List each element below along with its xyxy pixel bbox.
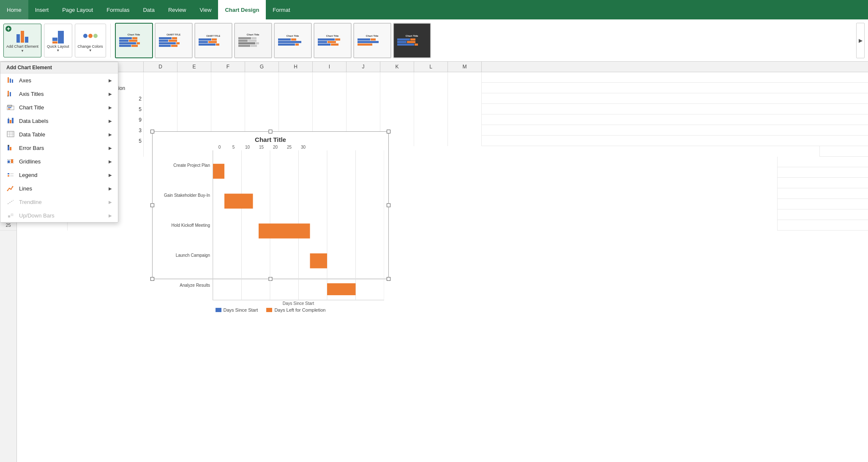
chart-style-5[interactable]: Chart Title — [274, 23, 312, 58]
col-header-g[interactable]: G — [245, 62, 279, 72]
cell-h15[interactable] — [279, 114, 313, 125]
col-header-e[interactable]: E — [177, 62, 211, 72]
cell-e14[interactable] — [177, 104, 211, 114]
cell-m12[interactable] — [448, 83, 482, 93]
col-header-h[interactable]: H — [279, 62, 313, 72]
bar-3[interactable] — [259, 223, 310, 238]
cell-f12[interactable] — [211, 83, 245, 93]
cell-h12[interactable] — [279, 83, 313, 93]
cell-l16[interactable] — [414, 125, 448, 136]
cell-g11[interactable] — [245, 72, 279, 83]
gallery-scroll-right[interactable]: ▶ — [856, 23, 865, 58]
chart-handle-tm[interactable] — [269, 130, 273, 133]
chart-style-6[interactable]: Chart Title — [314, 23, 352, 58]
menu-insert[interactable]: Insert — [28, 0, 56, 19]
col-header-l[interactable]: L — [414, 62, 448, 72]
cell-d14[interactable] — [144, 104, 177, 114]
cell-l17[interactable] — [414, 136, 448, 146]
cell-l13[interactable] — [414, 93, 448, 104]
cell-rest18[interactable] — [313, 146, 820, 157]
add-chart-element-button[interactable]: + Add Chart Element ▼ — [3, 24, 41, 57]
chart-title[interactable]: Chart Title — [157, 136, 384, 143]
cell-i15[interactable] — [313, 114, 347, 125]
quick-layout-button[interactable]: Quick Layout ▼ — [44, 24, 72, 57]
cell-m11[interactable] — [448, 72, 482, 83]
col-header-k[interactable]: K — [380, 62, 414, 72]
cell-k14[interactable] — [380, 104, 414, 114]
cell-d13[interactable] — [144, 93, 177, 104]
cell-j11[interactable] — [347, 72, 380, 83]
cell-f13[interactable] — [211, 93, 245, 104]
col-header-j[interactable]: J — [347, 62, 380, 72]
chart-container[interactable]: Chart Title 0 5 10 15 20 25 30 — [152, 131, 389, 279]
cell-i14[interactable] — [313, 104, 347, 114]
cell-l15[interactable] — [414, 114, 448, 125]
cell-f11[interactable] — [211, 72, 245, 83]
chart-style-3[interactable]: CHART TITLE — [194, 23, 232, 58]
cell-l14[interactable] — [414, 104, 448, 114]
col-header-f[interactable]: F — [211, 62, 245, 72]
chart-style-7[interactable]: Chart Title — [353, 23, 391, 58]
cell-g15[interactable] — [245, 114, 279, 125]
menu-view[interactable]: View — [193, 0, 218, 19]
cell-g12[interactable] — [245, 83, 279, 93]
chart-style-8[interactable]: Chart Title — [393, 23, 431, 58]
col-header-d[interactable]: D — [144, 62, 177, 72]
cell-j14[interactable] — [347, 104, 380, 114]
dropdown-item-legend[interactable]: Legend ▶ — [0, 168, 118, 182]
cell-h13[interactable] — [279, 93, 313, 104]
menu-data[interactable]: Data — [136, 0, 161, 19]
cell-i12[interactable] — [313, 83, 347, 93]
dropdown-item-axes[interactable]: Axes ▶ — [0, 73, 118, 87]
cell-d11[interactable] — [144, 72, 177, 83]
cell-h14[interactable] — [279, 104, 313, 114]
chart-handle-br[interactable] — [387, 277, 390, 281]
cell-d12[interactable] — [144, 83, 177, 93]
cell-f14[interactable] — [211, 104, 245, 114]
cell-l11[interactable] — [414, 72, 448, 83]
col-header-m[interactable]: M — [448, 62, 482, 72]
dropdown-item-lines[interactable]: Lines ▶ — [0, 182, 118, 195]
cell-h11[interactable] — [279, 72, 313, 83]
cell-m14[interactable] — [448, 104, 482, 114]
cell-e13[interactable] — [177, 93, 211, 104]
chart-handle-ml[interactable] — [150, 204, 154, 207]
cell-m17[interactable] — [448, 136, 482, 146]
chart-style-1[interactable]: Chart Title — [115, 23, 153, 58]
chart-handle-tr[interactable] — [387, 130, 390, 133]
cell-j13[interactable] — [347, 93, 380, 104]
cell-g14[interactable] — [245, 104, 279, 114]
cell-e15[interactable] — [177, 114, 211, 125]
chart-handle-mr[interactable] — [387, 204, 390, 207]
chart-handle-tl[interactable] — [150, 130, 154, 133]
cell-e11[interactable] — [177, 72, 211, 83]
dropdown-item-axis-titles[interactable]: A Axis Titles ▶ — [0, 87, 118, 101]
cell-k15[interactable] — [380, 114, 414, 125]
cell-l12[interactable] — [414, 83, 448, 93]
menu-page-layout[interactable]: Page Layout — [55, 0, 100, 19]
dropdown-item-data-labels[interactable]: 1 Data Labels ▶ — [0, 114, 118, 128]
cell-m16[interactable] — [448, 125, 482, 136]
menu-review[interactable]: Review — [161, 0, 193, 19]
cell-e12[interactable] — [177, 83, 211, 93]
dropdown-item-gridlines[interactable]: Gridlines ▶ — [0, 155, 118, 168]
cell-k11[interactable] — [380, 72, 414, 83]
cell-f15[interactable] — [211, 114, 245, 125]
cell-j15[interactable] — [347, 114, 380, 125]
dropdown-item-data-table[interactable]: Data Table ▶ — [0, 128, 118, 141]
cell-j12[interactable] — [347, 83, 380, 93]
cell-m15[interactable] — [448, 114, 482, 125]
chart-style-4[interactable]: Chart Title — [234, 23, 272, 58]
change-colors-button[interactable]: Change Colors ▼ — [75, 24, 106, 57]
menu-home[interactable]: Home — [0, 0, 28, 19]
bar-4[interactable] — [310, 253, 328, 268]
bar-1[interactable] — [213, 164, 224, 179]
bar-2[interactable] — [224, 194, 253, 209]
dropdown-item-error-bars[interactable]: Error Bars ▶ — [0, 141, 118, 155]
chart-handle-bl[interactable] — [150, 277, 154, 281]
chart-style-2[interactable]: CHART TITLE — [155, 23, 193, 58]
cell-i11[interactable] — [313, 72, 347, 83]
bar-5[interactable] — [327, 283, 356, 295]
cell-m13[interactable] — [448, 93, 482, 104]
cell-k12[interactable] — [380, 83, 414, 93]
